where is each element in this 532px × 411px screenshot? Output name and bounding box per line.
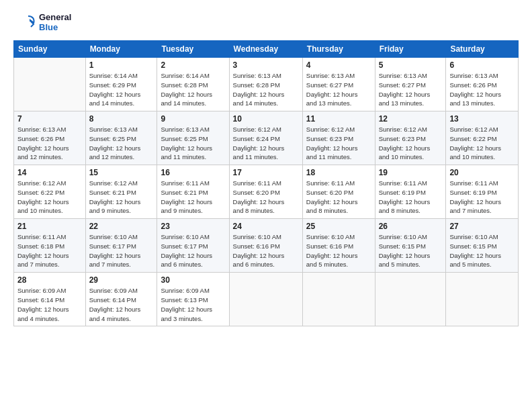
day-number: 11: [306, 114, 371, 124]
calendar-cell: [375, 273, 446, 326]
week-row-3: 14Sunrise: 6:12 AMSunset: 6:22 PMDayligh…: [14, 165, 519, 219]
day-info: Sunrise: 6:11 AMSunset: 6:19 PMDaylight:…: [449, 179, 515, 216]
calendar-cell: 10Sunrise: 6:12 AMSunset: 6:24 PMDayligh…: [229, 111, 302, 165]
week-row-1: 1Sunrise: 6:14 AMSunset: 6:29 PMDaylight…: [14, 58, 519, 111]
day-info: Sunrise: 6:09 AMSunset: 6:14 PMDaylight:…: [89, 286, 154, 323]
weekday-header-tuesday: Tuesday: [157, 41, 229, 58]
calendar-cell: 19Sunrise: 6:11 AMSunset: 6:19 PMDayligh…: [375, 165, 446, 219]
day-info: Sunrise: 6:11 AMSunset: 6:19 PMDaylight:…: [379, 179, 443, 216]
weekday-header-wednesday: Wednesday: [229, 41, 302, 58]
day-number: 19: [379, 168, 443, 177]
day-number: 23: [161, 222, 225, 231]
day-info: Sunrise: 6:11 AMSunset: 6:20 PMDaylight:…: [233, 179, 299, 216]
calendar-cell: 12Sunrise: 6:12 AMSunset: 6:23 PMDayligh…: [375, 111, 446, 165]
calendar: SundayMondayTuesdayWednesdayThursdayFrid…: [13, 40, 519, 326]
logo: General Blue: [13, 12, 71, 34]
day-number: 15: [89, 168, 154, 177]
weekday-header-saturday: Saturday: [446, 41, 519, 58]
logo-general: General: [39, 13, 71, 23]
day-info: Sunrise: 6:11 AMSunset: 6:18 PMDaylight:…: [17, 232, 82, 269]
day-info: Sunrise: 6:10 AMSunset: 6:15 PMDaylight:…: [449, 232, 515, 269]
calendar-cell: 1Sunrise: 6:14 AMSunset: 6:29 PMDaylight…: [85, 58, 157, 111]
logo-svg: [13, 12, 35, 34]
weekday-header-sunday: Sunday: [14, 41, 86, 58]
page: General Blue SundayMondayTuesdayWednesda…: [0, 0, 532, 411]
day-number: 5: [379, 60, 443, 70]
day-info: Sunrise: 6:12 AMSunset: 6:21 PMDaylight:…: [89, 179, 154, 216]
calendar-cell: [302, 273, 375, 326]
day-number: 12: [379, 114, 443, 124]
calendar-cell: [446, 273, 519, 326]
day-number: 6: [449, 60, 515, 70]
calendar-cell: 16Sunrise: 6:11 AMSunset: 6:21 PMDayligh…: [157, 165, 229, 219]
calendar-cell: 13Sunrise: 6:12 AMSunset: 6:22 PMDayligh…: [446, 111, 519, 165]
day-info: Sunrise: 6:12 AMSunset: 6:24 PMDaylight:…: [233, 125, 299, 162]
calendar-cell: 4Sunrise: 6:13 AMSunset: 6:27 PMDaylight…: [302, 58, 375, 111]
day-info: Sunrise: 6:10 AMSunset: 6:15 PMDaylight:…: [379, 232, 443, 269]
calendar-cell: 28Sunrise: 6:09 AMSunset: 6:14 PMDayligh…: [14, 273, 86, 326]
day-number: 29: [89, 275, 154, 285]
day-number: 24: [233, 222, 299, 231]
day-number: 3: [233, 60, 299, 70]
day-info: Sunrise: 6:09 AMSunset: 6:14 PMDaylight:…: [17, 286, 82, 323]
calendar-cell: 25Sunrise: 6:10 AMSunset: 6:16 PMDayligh…: [302, 219, 375, 273]
day-number: 28: [17, 275, 82, 285]
day-number: 13: [449, 114, 515, 124]
logo-blue: Blue: [39, 23, 71, 33]
calendar-cell: 17Sunrise: 6:11 AMSunset: 6:20 PMDayligh…: [229, 165, 302, 219]
day-info: Sunrise: 6:13 AMSunset: 6:27 PMDaylight:…: [379, 71, 443, 108]
week-row-2: 7Sunrise: 6:13 AMSunset: 6:26 PMDaylight…: [14, 111, 519, 165]
calendar-cell: 22Sunrise: 6:10 AMSunset: 6:17 PMDayligh…: [85, 219, 157, 273]
day-info: Sunrise: 6:13 AMSunset: 6:25 PMDaylight:…: [89, 125, 154, 162]
day-info: Sunrise: 6:10 AMSunset: 6:17 PMDaylight:…: [161, 232, 225, 269]
day-number: 21: [17, 222, 82, 231]
day-info: Sunrise: 6:13 AMSunset: 6:26 PMDaylight:…: [17, 125, 82, 162]
day-info: Sunrise: 6:12 AMSunset: 6:23 PMDaylight:…: [379, 125, 443, 162]
calendar-cell: 26Sunrise: 6:10 AMSunset: 6:15 PMDayligh…: [375, 219, 446, 273]
calendar-cell: 24Sunrise: 6:10 AMSunset: 6:16 PMDayligh…: [229, 219, 302, 273]
day-info: Sunrise: 6:14 AMSunset: 6:28 PMDaylight:…: [161, 71, 225, 108]
day-info: Sunrise: 6:13 AMSunset: 6:27 PMDaylight:…: [306, 71, 371, 108]
day-number: 18: [306, 168, 371, 177]
calendar-cell: [229, 273, 302, 326]
day-number: 25: [306, 222, 371, 231]
header: General Blue: [13, 12, 519, 34]
day-number: 16: [161, 168, 225, 177]
calendar-cell: 7Sunrise: 6:13 AMSunset: 6:26 PMDaylight…: [14, 111, 86, 165]
day-number: 9: [161, 114, 225, 124]
calendar-cell: 5Sunrise: 6:13 AMSunset: 6:27 PMDaylight…: [375, 58, 446, 111]
day-info: Sunrise: 6:10 AMSunset: 6:17 PMDaylight:…: [89, 232, 154, 269]
calendar-cell: 27Sunrise: 6:10 AMSunset: 6:15 PMDayligh…: [446, 219, 519, 273]
day-info: Sunrise: 6:13 AMSunset: 6:28 PMDaylight:…: [233, 71, 299, 108]
day-number: 20: [449, 168, 515, 177]
day-number: 30: [161, 275, 225, 285]
day-number: 4: [306, 60, 371, 70]
calendar-cell: 18Sunrise: 6:11 AMSunset: 6:20 PMDayligh…: [302, 165, 375, 219]
calendar-cell: 3Sunrise: 6:13 AMSunset: 6:28 PMDaylight…: [229, 58, 302, 111]
day-number: 2: [161, 60, 225, 70]
calendar-cell: 14Sunrise: 6:12 AMSunset: 6:22 PMDayligh…: [14, 165, 86, 219]
day-info: Sunrise: 6:13 AMSunset: 6:26 PMDaylight:…: [449, 71, 515, 108]
calendar-cell: 29Sunrise: 6:09 AMSunset: 6:14 PMDayligh…: [85, 273, 157, 326]
weekday-header-row: SundayMondayTuesdayWednesdayThursdayFrid…: [14, 41, 519, 58]
calendar-cell: 8Sunrise: 6:13 AMSunset: 6:25 PMDaylight…: [85, 111, 157, 165]
day-info: Sunrise: 6:14 AMSunset: 6:29 PMDaylight:…: [89, 71, 154, 108]
weekday-header-thursday: Thursday: [302, 41, 375, 58]
day-info: Sunrise: 6:09 AMSunset: 6:13 PMDaylight:…: [161, 286, 225, 323]
day-info: Sunrise: 6:12 AMSunset: 6:22 PMDaylight:…: [17, 179, 82, 216]
calendar-cell: 6Sunrise: 6:13 AMSunset: 6:26 PMDaylight…: [446, 58, 519, 111]
day-info: Sunrise: 6:12 AMSunset: 6:22 PMDaylight:…: [449, 125, 515, 162]
calendar-cell: [14, 58, 86, 111]
day-number: 14: [17, 168, 82, 177]
calendar-cell: 30Sunrise: 6:09 AMSunset: 6:13 PMDayligh…: [157, 273, 229, 326]
day-number: 8: [89, 114, 154, 124]
day-info: Sunrise: 6:11 AMSunset: 6:21 PMDaylight:…: [161, 179, 225, 216]
day-number: 1: [89, 60, 154, 70]
day-number: 27: [449, 222, 515, 231]
calendar-cell: 15Sunrise: 6:12 AMSunset: 6:21 PMDayligh…: [85, 165, 157, 219]
day-info: Sunrise: 6:10 AMSunset: 6:16 PMDaylight:…: [233, 232, 299, 269]
day-info: Sunrise: 6:11 AMSunset: 6:20 PMDaylight:…: [306, 179, 371, 216]
day-info: Sunrise: 6:10 AMSunset: 6:16 PMDaylight:…: [306, 232, 371, 269]
weekday-header-monday: Monday: [85, 41, 157, 58]
calendar-cell: 9Sunrise: 6:13 AMSunset: 6:25 PMDaylight…: [157, 111, 229, 165]
